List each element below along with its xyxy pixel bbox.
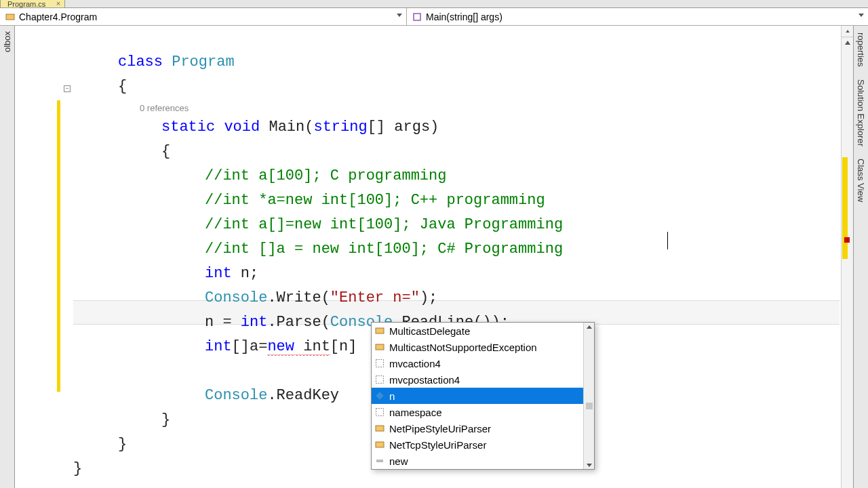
svg-rect-8 — [376, 426, 384, 431]
svg-rect-1 — [414, 14, 420, 20]
class-icon — [374, 325, 385, 336]
svg-rect-9 — [376, 442, 384, 447]
snippet-icon — [374, 358, 385, 369]
toolbox-tab[interactable]: olbox — [2, 27, 12, 56]
intellisense-item[interactable]: NetPipeStyleUriParser — [372, 420, 594, 436]
code-editor[interactable]: − class Program { 0 referencesstatic voi… — [15, 26, 853, 488]
intellisense-item-label: n — [389, 390, 395, 402]
document-tab-program[interactable]: Program.cs × — [0, 0, 65, 7]
class-icon — [5, 12, 15, 22]
class-dropdown[interactable]: Chapter4.Program — [0, 8, 407, 25]
svg-rect-6 — [376, 392, 383, 399]
svg-rect-5 — [376, 376, 384, 384]
change-marker — [842, 157, 848, 259]
intellisense-item[interactable]: MulticastNotSupportedException — [372, 339, 594, 355]
field-icon — [374, 390, 385, 401]
method-icon — [412, 12, 422, 22]
intellisense-item[interactable]: namespace — [372, 404, 594, 420]
svg-rect-10 — [376, 460, 383, 462]
left-dock: olbox — [0, 26, 15, 488]
intellisense-item-label: MulticastNotSupportedException — [389, 342, 537, 353]
member-dropdown-label: Main(string[] args) — [426, 12, 502, 22]
intellisense-item[interactable]: NetTcpStyleUriParser — [372, 436, 594, 453]
svg-rect-2 — [376, 328, 384, 333]
class-icon — [374, 342, 385, 352]
solution-explorer-tab[interactable]: Solution Explorer — [856, 75, 866, 150]
member-dropdown[interactable]: Main(string[] args) — [407, 8, 868, 25]
tab-title: Program.cs — [7, 0, 45, 8]
intellisense-item[interactable]: new — [372, 453, 594, 469]
intellisense-item-label: mvcaction4 — [389, 358, 441, 369]
change-indicator — [57, 100, 60, 392]
document-tab-bar: Program.cs × — [0, 0, 868, 8]
navigation-bar: Chapter4.Program Main(string[] args) — [0, 8, 868, 26]
snippet-icon — [374, 407, 385, 418]
scroll-up-button[interactable] — [842, 37, 853, 48]
split-window-button[interactable] — [842, 26, 853, 37]
intellisense-item-label: new — [389, 455, 408, 467]
intellisense-item[interactable]: n — [372, 388, 594, 404]
codelens-references[interactable]: 0 references — [73, 102, 840, 115]
class-icon — [374, 423, 385, 434]
intellisense-item-label: NetTcpStyleUriParser — [389, 439, 486, 451]
snippet-icon — [374, 374, 385, 385]
class-view-tab[interactable]: Class View — [856, 155, 866, 206]
error-marker[interactable] — [844, 237, 850, 243]
class-dropdown-label: Chapter4.Program — [19, 12, 97, 22]
intellisense-item-label: mvcpostaction4 — [389, 374, 460, 386]
properties-tab[interactable]: roperties — [856, 28, 866, 71]
svg-rect-4 — [376, 360, 384, 367]
intellisense-item-label: NetPipeStyleUriParser — [389, 423, 491, 434]
class-icon — [374, 439, 385, 450]
chevron-down-icon — [859, 14, 864, 17]
intellisense-scrollbar[interactable] — [583, 323, 594, 469]
intellisense-item[interactable]: mvcpostaction4 — [372, 371, 594, 388]
chevron-down-icon — [397, 14, 402, 17]
right-dock: roperties Solution Explorer Class View — [853, 26, 868, 488]
fold-toggle[interactable]: − — [64, 85, 71, 92]
tab-close-icon[interactable]: × — [56, 0, 60, 7]
intellisense-item[interactable]: MulticastDelegate — [372, 323, 594, 339]
editor-gutter — [15, 26, 57, 488]
svg-rect-3 — [376, 344, 384, 350]
intellisense-popup[interactable]: MulticastDelegateMulticastNotSupportedEx… — [371, 322, 595, 470]
svg-rect-7 — [376, 409, 384, 416]
vertical-scrollbar[interactable] — [841, 26, 853, 488]
svg-rect-0 — [6, 14, 14, 20]
intellisense-item-label: MulticastDelegate — [389, 325, 470, 337]
keyword-icon — [374, 455, 385, 466]
intellisense-item-label: namespace — [389, 407, 442, 418]
intellisense-item[interactable]: mvcaction4 — [372, 355, 594, 371]
